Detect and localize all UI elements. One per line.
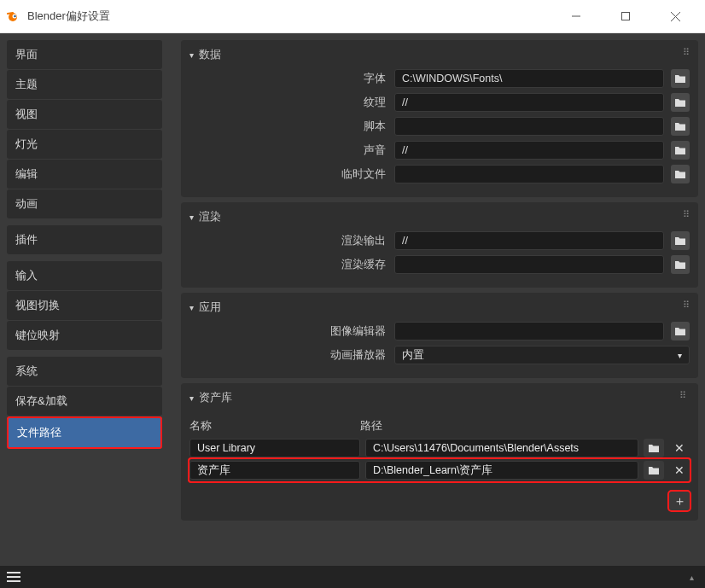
panel-data-title: 数据 — [199, 47, 221, 62]
browse-fonts[interactable] — [671, 69, 690, 88]
browse-render-output[interactable] — [671, 231, 690, 250]
input-textures[interactable]: // — [394, 93, 664, 112]
window-buttons — [551, 0, 700, 32]
panel-render: ⠿ ▾ 渲染 渲染输出 // 渲染缓存 — [181, 202, 698, 288]
sidebar: 界面 主题 视图 灯光 编辑 动画 插件 输入 视图切换 键位映射 系统 保存&… — [7, 40, 162, 559]
asset-path-input[interactable]: D:\Blender_Learn\资产库 — [365, 461, 638, 480]
grip-icon[interactable]: ⠿ — [683, 209, 691, 220]
window-title: Blender偏好设置 — [27, 9, 551, 24]
label-scripts: 脚本 — [189, 119, 387, 134]
caret-up-icon[interactable]: ▴ — [690, 573, 698, 581]
sidebar-item-editing[interactable]: 编辑 — [7, 160, 162, 189]
label-textures: 纹理 — [189, 96, 387, 110]
panel-data-header[interactable]: ▾ 数据 — [189, 47, 690, 62]
panel-apps-title: 应用 — [199, 300, 221, 315]
chevron-down-icon: ▾ — [678, 351, 682, 360]
panel-render-header[interactable]: ▾ 渲染 — [189, 209, 690, 224]
select-anim-player[interactable]: 内置 ▾ — [394, 346, 690, 364]
input-image-editor[interactable] — [394, 322, 664, 341]
titlebar: Blender偏好设置 — [0, 0, 705, 32]
label-sounds: 声音 — [189, 143, 387, 158]
sidebar-item-system[interactable]: 系统 — [7, 357, 162, 386]
browse-scripts[interactable] — [671, 117, 690, 136]
panel-assets-header[interactable]: ▾ 资产库 — [181, 390, 698, 405]
chevron-down-icon: ▾ — [189, 393, 194, 403]
input-fonts[interactable]: C:\WINDOWS\Fonts\ — [394, 69, 664, 88]
sidebar-item-viewport[interactable]: 视图 — [7, 100, 162, 129]
input-sounds[interactable]: // — [394, 141, 664, 160]
sidebar-item-keymap[interactable]: 键位映射 — [7, 321, 162, 350]
close-button[interactable] — [650, 0, 700, 32]
chevron-down-icon: ▾ — [189, 50, 194, 60]
panel-assets-title: 资产库 — [199, 390, 232, 405]
panel-apps: ⠿ ▾ 应用 图像编辑器 动画播放器 内置 ▾ — [181, 293, 698, 378]
browse-temp[interactable] — [671, 165, 690, 183]
asset-path-input[interactable]: C:\Users\11476\Documents\Blender\Assets — [365, 439, 638, 457]
browse-asset-path[interactable] — [644, 461, 664, 480]
label-anim-player: 动画播放器 — [189, 348, 387, 363]
sidebar-item-saveload[interactable]: 保存&加载 — [7, 387, 162, 416]
chevron-down-icon: ▾ — [189, 303, 194, 312]
sidebar-item-addons[interactable]: 插件 — [7, 225, 162, 254]
browse-sounds[interactable] — [671, 141, 690, 160]
content: ⠿ ▾ 数据 字体 C:\WINDOWS\Fonts\ 纹理 // 脚本 — [181, 40, 698, 559]
remove-asset-button[interactable]: ✕ — [669, 439, 690, 457]
panel-asset-libraries: ⠿ ▾ 资产库 名称 路径 User Library C:\Users\1147… — [181, 383, 698, 521]
input-temp[interactable] — [394, 165, 664, 183]
grip-icon[interactable]: ⠿ — [679, 390, 688, 401]
browse-image-editor[interactable] — [671, 322, 690, 341]
grip-icon[interactable]: ⠿ — [683, 300, 691, 311]
input-render-output[interactable]: // — [394, 231, 664, 250]
panel-render-title: 渲染 — [199, 209, 221, 224]
asset-row: 资产库 D:\Blender_Learn\资产库 ✕ — [189, 459, 690, 481]
panel-apps-header[interactable]: ▾ 应用 — [189, 300, 690, 315]
input-render-cache[interactable] — [394, 255, 664, 274]
remove-asset-button[interactable]: ✕ — [669, 461, 690, 480]
asset-name-input[interactable]: 资产库 — [189, 461, 360, 480]
browse-asset-path[interactable] — [644, 439, 664, 457]
svg-rect-4 — [622, 13, 630, 20]
label-render-cache: 渲染缓存 — [189, 258, 387, 272]
sidebar-item-navigation[interactable]: 视图切换 — [7, 291, 162, 320]
blender-logo-icon — [5, 9, 20, 24]
hamburger-menu[interactable] — [7, 568, 26, 585]
label-render-output: 渲染输出 — [189, 234, 387, 248]
grip-icon[interactable]: ⠿ — [683, 47, 691, 58]
browse-textures[interactable] — [671, 93, 690, 112]
chevron-down-icon: ▾ — [189, 212, 194, 222]
sidebar-item-lights[interactable]: 灯光 — [7, 130, 162, 159]
input-scripts[interactable] — [394, 117, 664, 136]
sidebar-item-themes[interactable]: 主题 — [7, 70, 162, 99]
label-image-editor: 图像编辑器 — [189, 324, 387, 339]
asset-name-input[interactable]: User Library — [189, 439, 360, 457]
label-fonts: 字体 — [189, 72, 387, 86]
select-anim-player-value: 内置 — [402, 347, 424, 363]
body: 界面 主题 视图 灯光 编辑 动画 插件 输入 视图切换 键位映射 系统 保存&… — [0, 32, 705, 566]
footer: ▴ — [0, 566, 705, 588]
sidebar-item-filepaths[interactable]: 文件路径 — [7, 416, 162, 449]
sidebar-item-input[interactable]: 输入 — [7, 261, 162, 290]
maximize-button[interactable] — [601, 0, 650, 32]
label-temp: 临时文件 — [189, 167, 387, 182]
svg-point-2 — [14, 15, 16, 18]
assets-col-name: 名称 — [189, 419, 360, 434]
asset-row: User Library C:\Users\11476\Documents\Bl… — [189, 437, 690, 459]
panel-data: ⠿ ▾ 数据 字体 C:\WINDOWS\Fonts\ 纹理 // 脚本 — [181, 40, 698, 197]
sidebar-item-interface[interactable]: 界面 — [7, 40, 162, 69]
browse-render-cache[interactable] — [671, 255, 690, 274]
sidebar-item-animation[interactable]: 动画 — [7, 189, 162, 218]
add-asset-library-button[interactable]: ＋ — [669, 492, 690, 510]
minimize-button[interactable] — [551, 0, 601, 32]
assets-col-path: 路径 — [360, 419, 690, 434]
